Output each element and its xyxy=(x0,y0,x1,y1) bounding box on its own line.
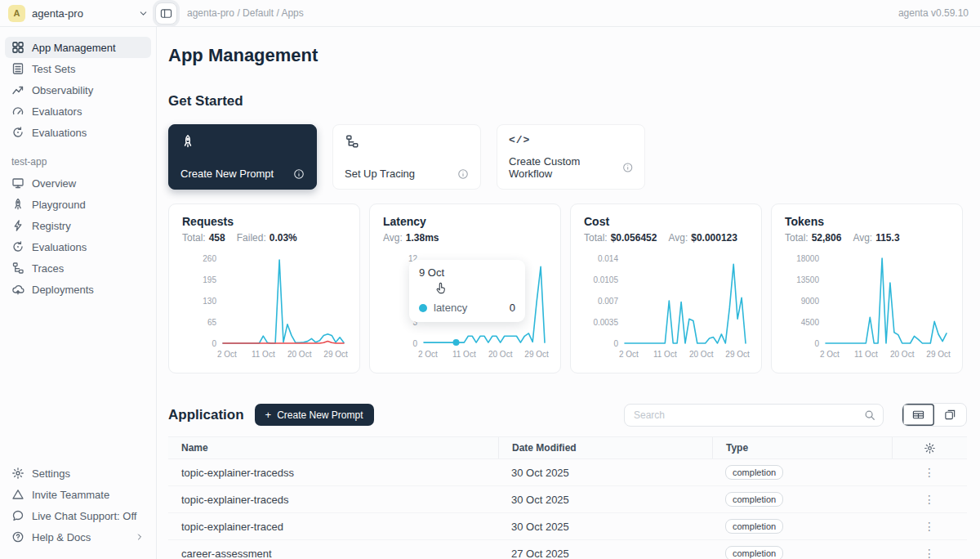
stat-value: 458 xyxy=(209,232,225,244)
search-icon[interactable] xyxy=(864,409,875,421)
y-tick-label: 0 xyxy=(814,339,819,348)
latency-chart-card: Latency Avg:1.38ms 1296302 Oct11 Oct20 O… xyxy=(369,203,561,373)
x-tick-label: 29 Oct xyxy=(524,350,549,359)
create-new-prompt-card[interactable]: Create New Prompt xyxy=(168,124,317,190)
grid-icon xyxy=(11,41,24,54)
chart-title: Tokens xyxy=(785,215,949,228)
sidebar-item-label: Evaluations xyxy=(32,241,87,253)
column-header-name[interactable]: Name xyxy=(168,437,498,458)
gear-icon xyxy=(924,442,936,454)
tree-icon xyxy=(11,262,24,275)
x-tick-label: 2 Oct xyxy=(418,350,438,359)
sidebar-item-label: Test Sets xyxy=(32,63,75,75)
application-section: Application + Create New Prompt xyxy=(168,403,967,559)
type-badge: completion xyxy=(725,519,783,534)
table-view-button[interactable] xyxy=(902,404,934,426)
column-header-date-modified[interactable]: Date Modified xyxy=(498,437,712,458)
chevron-down-icon xyxy=(138,8,149,19)
sidebar-item-label: Playground xyxy=(32,199,86,211)
table-row[interactable]: topic-explainer-traced 30 Oct 2025 compl… xyxy=(168,513,967,540)
sidebar-item-evaluations[interactable]: Evaluations xyxy=(5,122,151,143)
x-tick-label: 11 Oct xyxy=(854,350,878,359)
sidebar-item-app-evaluations[interactable]: Evaluations xyxy=(5,236,151,257)
breadcrumb[interactable]: agenta-pro / Default / Apps xyxy=(187,7,304,19)
app-name: career-assessment xyxy=(168,548,498,559)
sidebar-item-invite-teammate[interactable]: Invite Teammate xyxy=(5,484,151,505)
y-tick-label: 260 xyxy=(203,254,216,263)
card-view-button[interactable] xyxy=(934,404,966,426)
stat-label: Failed: xyxy=(237,232,266,244)
y-tick-label: 0.0105 xyxy=(593,275,618,284)
tokens-chart[interactable]: 18000135009000450002 Oct11 Oct20 Oct29 O… xyxy=(785,253,951,361)
table-row[interactable]: topic-explainer-tracedss 30 Oct 2025 com… xyxy=(168,459,967,486)
workspace-switcher[interactable]: A agenta-pro xyxy=(8,5,149,22)
chart-title: Requests xyxy=(182,215,346,228)
sidebar-item-registry[interactable]: Registry xyxy=(5,215,151,236)
view-toggle xyxy=(902,403,967,427)
table-row[interactable]: career-assessment 27 Oct 2025 completion… xyxy=(168,540,967,559)
plus-icon: + xyxy=(265,409,272,421)
application-title: Application xyxy=(168,407,244,423)
info-icon[interactable] xyxy=(622,162,633,173)
hand-cursor-icon xyxy=(434,281,449,297)
row-menu-icon[interactable]: ⋮ xyxy=(924,466,935,479)
sidebar: App Management Test Sets Observability E… xyxy=(0,27,157,559)
sidebar-item-traces[interactable]: Traces xyxy=(5,257,151,279)
sidebar-item-playground[interactable]: Playground xyxy=(5,194,151,215)
set-up-tracing-card[interactable]: Set Up Tracing xyxy=(332,124,481,190)
sidebar-item-deployments[interactable]: Deployments xyxy=(5,279,151,300)
triangle-icon xyxy=(11,488,24,501)
table-header: Name Date Modified Type xyxy=(168,436,967,459)
x-tick-label: 2 Oct xyxy=(217,350,237,359)
info-icon[interactable] xyxy=(457,168,469,180)
row-menu-icon[interactable]: ⋮ xyxy=(924,547,935,559)
sidebar-collapse-button[interactable] xyxy=(155,2,177,25)
sidebar-item-label: Overview xyxy=(32,177,76,190)
tokens-line xyxy=(826,258,947,343)
sidebar-item-label: Registry xyxy=(32,220,71,232)
cost-chart[interactable]: 0.0140.01050.0070.003502 Oct11 Oct20 Oct… xyxy=(584,253,751,361)
x-tick-label: 2 Oct xyxy=(619,350,639,359)
sidebar-item-live-chat[interactable]: Live Chat Support: Off xyxy=(5,505,151,526)
x-tick-label: 29 Oct xyxy=(725,350,750,359)
column-settings[interactable] xyxy=(892,437,967,458)
sidebar-item-help-docs[interactable]: Help & Docs xyxy=(5,526,151,548)
stat-label: Total: xyxy=(785,232,808,244)
sidebar-item-test-sets[interactable]: Test Sets xyxy=(5,58,151,79)
sidebar-item-settings[interactable]: Settings xyxy=(5,463,151,484)
create-custom-workflow-card[interactable]: </> Create Custom Workflow xyxy=(497,124,645,190)
app-version: agenta v0.59.10 xyxy=(898,7,969,19)
y-tick-label: 4500 xyxy=(801,318,820,327)
tooltip-date: 9 Oct xyxy=(419,266,515,279)
gear-icon xyxy=(11,467,24,480)
sidebar-item-overview[interactable]: Overview xyxy=(5,172,151,194)
y-tick-label: 9000 xyxy=(801,297,820,306)
sidebar-app-section-label: test-app xyxy=(11,156,151,168)
app-name: topic-explainer-traceds xyxy=(168,494,498,506)
column-header-type[interactable]: Type xyxy=(712,437,892,458)
stat-label: Avg: xyxy=(668,232,688,244)
sidebar-item-app-management[interactable]: App Management xyxy=(5,37,151,58)
sidebar-item-evaluators[interactable]: Evaluators xyxy=(5,101,151,122)
cost-chart-card: Cost Total:$0.056452 Avg:$0.000123 0.014… xyxy=(570,203,762,373)
y-tick-label: 0.007 xyxy=(598,297,618,306)
stats-section: Requests Total:458 Failed:0.03% 26019513… xyxy=(168,203,967,373)
create-new-prompt-button[interactable]: + Create New Prompt xyxy=(255,404,374,426)
table-row[interactable]: topic-explainer-traceds 30 Oct 2025 comp… xyxy=(168,486,967,513)
chevron-right-icon xyxy=(135,532,145,542)
stat-value: 1.38ms xyxy=(406,232,439,244)
bolt-icon xyxy=(11,219,24,232)
series-dot xyxy=(419,304,427,312)
table-view-icon xyxy=(912,409,924,421)
requests-chart[interactable]: 2601951306502 Oct11 Oct20 Oct29 Oct xyxy=(182,253,349,361)
app-date: 30 Oct 2025 xyxy=(498,521,712,533)
search-input[interactable] xyxy=(634,409,864,421)
row-menu-icon[interactable]: ⋮ xyxy=(924,493,935,506)
cost-line xyxy=(625,264,746,343)
row-menu-icon[interactable]: ⋮ xyxy=(924,520,935,533)
app-name: topic-explainer-tracedss xyxy=(168,467,498,479)
list-icon xyxy=(11,62,24,75)
info-icon[interactable] xyxy=(293,168,305,180)
sidebar-item-observability[interactable]: Observability xyxy=(5,79,151,101)
sidebar-item-label: Help & Docs xyxy=(32,531,91,543)
